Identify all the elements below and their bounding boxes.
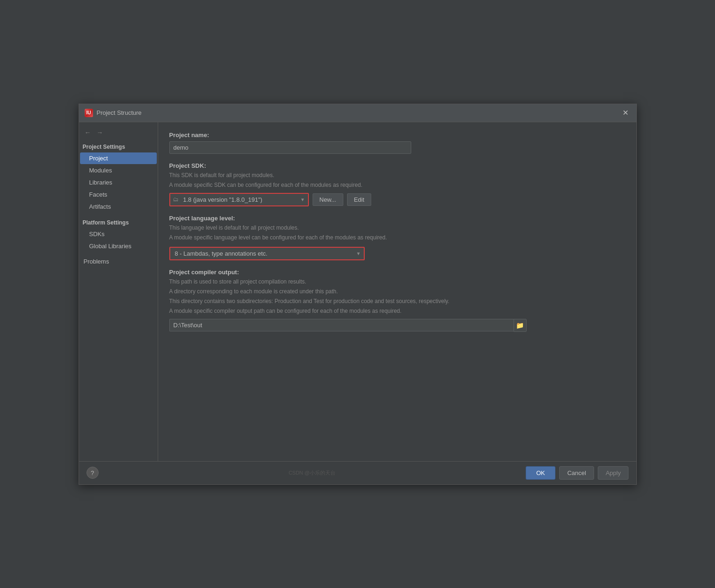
browse-folder-icon: 📁 [516,322,524,329]
browse-button[interactable]: 📁 [514,319,527,332]
watermark: CSDN @小乐的天台 [288,469,335,476]
project-sdk-section-title: Project SDK: [169,162,625,169]
sidebar-item-facets[interactable]: Facets [80,189,157,200]
compiler-desc2: A directory corresponding to each module… [169,287,625,296]
ok-button[interactable]: OK [526,466,556,480]
app-icon: IU [85,109,93,117]
compiler-desc4: A module specific compiler output path c… [169,307,625,315]
compiler-output-section-title: Project compiler output: [169,269,625,276]
sdk-row: 🗂 1.8 (java version "1.8.0_191") ▼ New..… [169,193,625,206]
forward-arrow[interactable]: → [95,128,105,137]
lang-desc2: A module specific language level can be … [169,233,625,242]
output-row: 📁 [169,319,625,332]
bottom-right-buttons: OK Cancel Apply [526,466,629,480]
main-panel: Project name: Project SDK: This SDK is d… [158,122,636,461]
sdk-select[interactable]: 1.8 (java version "1.8.0_191") [169,193,309,206]
sidebar-item-artifacts[interactable]: Artifacts [80,201,157,212]
sidebar-item-sdks[interactable]: SDKs [80,228,157,240]
compiler-output-input[interactable] [169,319,514,331]
language-dropdown-wrapper: 8 - Lambdas, type annotations etc. ▼ [169,247,365,260]
main-content: ← → Project Settings Project Modules Lib… [79,122,636,461]
sidebar: ← → Project Settings Project Modules Lib… [79,122,158,461]
project-settings-header: Project Settings [79,141,158,152]
project-name-input[interactable] [169,141,411,154]
sdk-desc2: A module specific SDK can be configured … [169,181,625,189]
project-name-label: Project name: [169,132,625,139]
language-level-section-title: Project language level: [169,215,625,222]
compiler-desc1: This path is used to store all project c… [169,277,625,286]
platform-settings-header: Platform Settings [79,217,158,228]
cancel-button[interactable]: Cancel [559,466,594,480]
back-arrow[interactable]: ← [83,128,93,137]
new-sdk-button[interactable]: New... [313,193,343,206]
sidebar-item-global-libraries[interactable]: Global Libraries [80,240,157,252]
lang-desc1: This language level is default for all p… [169,224,625,232]
sidebar-item-problems[interactable]: Problems [80,256,157,267]
sdk-desc1: This SDK is default for all project modu… [169,171,625,179]
compiler-desc3: This directory contains two subdirectori… [169,297,625,305]
bottom-bar: ? CSDN @小乐的天台 OK Cancel Apply [79,461,636,484]
title-bar: IU Project Structure ✕ [79,104,636,122]
sdk-dropdown-wrapper: 🗂 1.8 (java version "1.8.0_191") ▼ [169,193,309,206]
title-bar-left: IU Project Structure [85,109,142,117]
lang-dropdown-wrapper: 8 - Lambdas, type annotations etc. ▼ [169,247,365,260]
edit-sdk-button[interactable]: Edit [347,193,371,206]
sidebar-item-project[interactable]: Project [80,152,157,164]
project-structure-dialog: IU Project Structure ✕ ← → Project Setti… [79,104,637,485]
help-button[interactable]: ? [87,467,99,479]
nav-arrows: ← → [79,126,158,141]
sidebar-item-libraries[interactable]: Libraries [80,177,157,188]
dialog-title: Project Structure [97,109,142,116]
close-button[interactable]: ✕ [621,108,631,118]
language-level-select[interactable]: 8 - Lambdas, type annotations etc. [169,247,365,260]
sidebar-item-modules[interactable]: Modules [80,165,157,176]
apply-button[interactable]: Apply [598,466,629,480]
